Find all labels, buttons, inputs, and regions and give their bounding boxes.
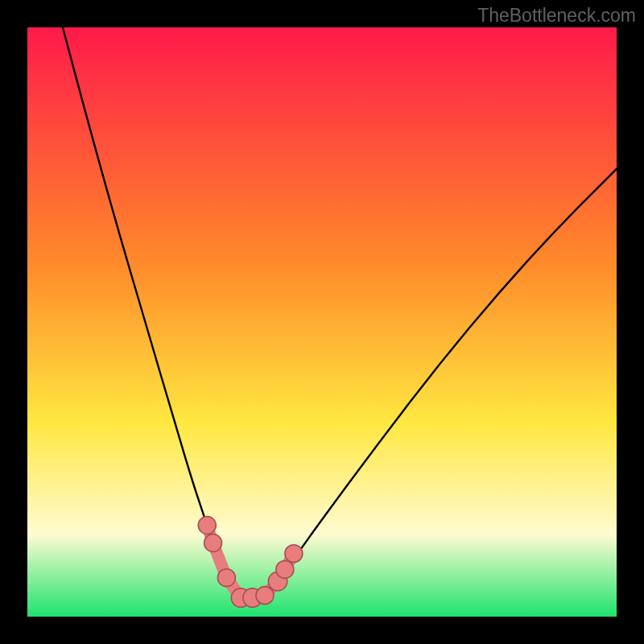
data-marker: [285, 545, 303, 563]
gradient-background: [27, 27, 617, 617]
data-marker: [256, 587, 274, 605]
data-marker: [198, 517, 216, 535]
chart-svg: [27, 27, 617, 617]
data-marker: [217, 569, 235, 587]
chart-frame: TheBottleneck.com: [0, 0, 644, 644]
data-marker: [276, 560, 294, 578]
plot-area: [27, 27, 617, 617]
watermark-text: TheBottleneck.com: [477, 5, 636, 27]
data-marker: [204, 535, 222, 552]
